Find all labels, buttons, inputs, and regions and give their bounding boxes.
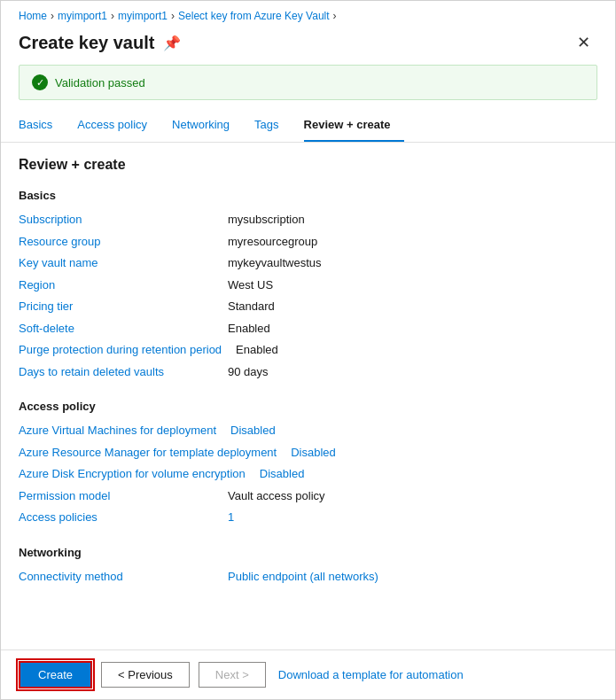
tab-review-create[interactable]: Review + create: [304, 111, 405, 142]
row-azure-rm: Azure Resource Manager for template depl…: [19, 444, 597, 462]
value-azure-rm: Disabled: [291, 444, 336, 462]
row-region: Region West US: [19, 276, 597, 294]
footer: Create < Previous Next > Download a temp…: [1, 649, 615, 699]
row-key-vault-name: Key vault name mykeyvaultwestus: [19, 254, 597, 272]
pin-icon[interactable]: 📌: [163, 35, 181, 51]
access-policy-section-title: Access policy: [19, 400, 597, 413]
validation-banner: ✓ Validation passed: [19, 65, 597, 100]
value-access-policies: 1: [228, 509, 234, 526]
label-azure-rm: Azure Resource Manager for template depl…: [19, 444, 277, 462]
breadcrumb-item3[interactable]: Select key from Azure Key Vault: [178, 10, 330, 22]
next-button: Next >: [199, 662, 266, 688]
value-resource-group: myresourcegroup: [228, 233, 317, 251]
row-soft-delete: Soft-delete Enabled: [19, 320, 597, 338]
breadcrumb: Home › myimport1 › myimport1 › Select ke…: [1, 1, 615, 26]
tab-tags[interactable]: Tags: [254, 111, 292, 142]
tab-bar: Basics Access policy Networking Tags Rev…: [1, 111, 615, 143]
row-connectivity: Connectivity method Public endpoint (all…: [19, 568, 597, 586]
review-create-title: Review + create: [19, 157, 597, 173]
label-pricing-tier: Pricing tier: [19, 298, 214, 315]
breadcrumb-home[interactable]: Home: [19, 10, 47, 22]
label-access-policies: Access policies: [19, 509, 214, 526]
tab-access-policy[interactable]: Access policy: [77, 111, 161, 142]
label-days-retain: Days to retain deleted vaults: [19, 363, 214, 381]
main-window: Home › myimport1 › myimport1 › Select ke…: [0, 0, 616, 700]
value-pricing-tier: Standard: [228, 298, 275, 315]
value-permission-model: Vault access policy: [228, 487, 325, 505]
label-key-vault-name: Key vault name: [19, 254, 214, 272]
label-connectivity: Connectivity method: [19, 568, 214, 586]
label-purge-protection: Purge protection during retention period: [19, 341, 222, 359]
row-permission-model: Permission model Vault access policy: [19, 487, 597, 505]
breadcrumb-item2[interactable]: myimport1: [118, 10, 168, 22]
basics-section-title: Basics: [19, 189, 597, 202]
tab-basics[interactable]: Basics: [19, 111, 66, 142]
row-days-retain: Days to retain deleted vaults 90 days: [19, 363, 597, 381]
tab-networking[interactable]: Networking: [172, 111, 244, 142]
label-region: Region: [19, 276, 214, 294]
value-soft-delete: Enabled: [228, 320, 270, 338]
previous-button[interactable]: < Previous: [101, 662, 190, 688]
networking-section-title: Networking: [19, 546, 597, 559]
value-region: West US: [228, 276, 273, 294]
value-purge-protection: Enabled: [236, 341, 278, 359]
label-subscription: Subscription: [19, 211, 214, 229]
create-button[interactable]: Create: [19, 661, 92, 688]
content-area: Review + create Basics Subscription mysu…: [1, 143, 615, 649]
check-circle-icon: ✓: [32, 74, 48, 90]
label-resource-group: Resource group: [19, 233, 214, 251]
row-pricing-tier: Pricing tier Standard: [19, 298, 597, 315]
page-title: Create key vault: [19, 33, 154, 53]
value-azure-vms: Disabled: [230, 422, 276, 439]
label-soft-delete: Soft-delete: [19, 320, 214, 338]
row-purge-protection: Purge protection during retention period…: [19, 341, 597, 359]
title-bar: Create key vault 📌 ✕: [1, 26, 615, 65]
row-resource-group: Resource group myresourcegroup: [19, 233, 597, 251]
breadcrumb-item1[interactable]: myimport1: [58, 10, 107, 22]
value-connectivity: Public endpoint (all networks): [228, 568, 378, 586]
value-azure-disk: Disabled: [260, 465, 305, 483]
validation-text: Validation passed: [55, 76, 145, 89]
label-azure-vms: Azure Virtual Machines for deployment: [19, 422, 216, 439]
row-azure-vms: Azure Virtual Machines for deployment Di…: [19, 422, 597, 439]
row-azure-disk: Azure Disk Encryption for volume encrypt…: [19, 465, 597, 483]
download-template-link[interactable]: Download a template for automation: [278, 668, 464, 681]
close-button[interactable]: ✕: [570, 29, 597, 56]
row-subscription: Subscription mysubscription: [19, 211, 597, 229]
value-subscription: mysubscription: [228, 211, 305, 229]
value-key-vault-name: mykeyvaultwestus: [228, 254, 321, 272]
row-access-policies: Access policies 1: [19, 509, 597, 526]
value-days-retain: 90 days: [228, 363, 269, 381]
label-permission-model: Permission model: [19, 487, 214, 505]
label-azure-disk: Azure Disk Encryption for volume encrypt…: [19, 465, 246, 483]
